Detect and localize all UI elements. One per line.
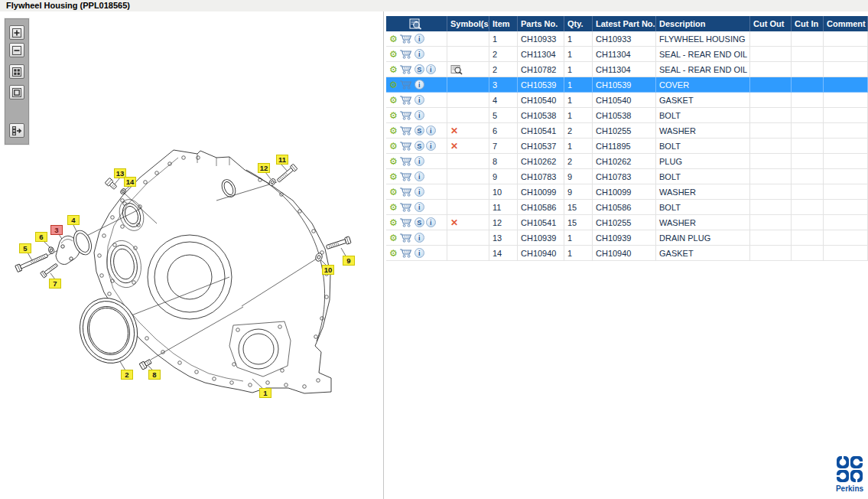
callout-item-3[interactable]: 3 xyxy=(50,225,63,235)
cell-qty: 1 xyxy=(564,31,593,47)
info-icon[interactable]: i xyxy=(414,80,424,90)
table-row[interactable]: ⚙i4CH105401CH10540GASKET xyxy=(386,93,868,108)
callout-item-14[interactable]: 14 xyxy=(124,177,136,187)
info-icon[interactable]: i xyxy=(414,110,424,120)
cell-actions: ⚙Si xyxy=(386,139,447,154)
cell-qty: 9 xyxy=(564,169,593,184)
table-row[interactable]: ⚙Si✕12CH1054115CH10255WASHER xyxy=(386,215,868,230)
gear-icon[interactable]: ⚙ xyxy=(389,65,398,74)
cart-icon[interactable] xyxy=(399,202,413,212)
substitute-icon[interactable]: S xyxy=(414,126,424,135)
info-icon[interactable]: i xyxy=(414,49,424,59)
header-cell-item[interactable]: Item xyxy=(489,16,518,31)
table-row[interactable]: ⚙i11CH1058615CH10586BOLT xyxy=(386,200,868,215)
table-row[interactable]: ⚙i8CH102622CH10262PLUG xyxy=(386,154,868,169)
table-row[interactable]: ⚙Si✕7CH105371CH11895BOLT xyxy=(386,139,868,154)
cart-icon[interactable] xyxy=(399,126,413,135)
header-cell-description[interactable]: Description xyxy=(656,16,750,31)
callout-item-4[interactable]: 4 xyxy=(67,215,80,225)
header-cell-symbol-s-[interactable]: Symbol(s) xyxy=(447,16,489,31)
table-row[interactable]: ⚙i13CH109391CH10939DRAIN PLUG xyxy=(386,230,868,246)
info-icon[interactable]: i xyxy=(414,233,424,243)
cart-icon[interactable] xyxy=(399,248,413,258)
gear-icon[interactable]: ⚙ xyxy=(389,218,398,227)
info-icon[interactable]: i xyxy=(414,95,424,105)
info-icon[interactable]: i xyxy=(414,202,424,212)
cell-cut_in xyxy=(792,200,824,215)
header-cell-latest-part-no-[interactable]: Latest Part No. xyxy=(593,16,656,31)
cart-icon[interactable] xyxy=(399,171,413,181)
gear-icon[interactable]: ⚙ xyxy=(389,126,398,135)
callout-item-12[interactable]: 12 xyxy=(258,163,270,173)
table-row[interactable]: ⚙i5CH105381CH10538BOLT xyxy=(386,108,868,123)
gear-icon[interactable]: ⚙ xyxy=(389,233,398,243)
cell-latest_part_no: CH10099 xyxy=(593,184,656,200)
cart-icon[interactable] xyxy=(399,156,413,166)
gear-icon[interactable]: ⚙ xyxy=(389,111,398,120)
callout-item-9[interactable]: 9 xyxy=(343,256,355,266)
cell-parts_no: CH10538 xyxy=(518,108,564,123)
table-row[interactable]: ⚙i10CH100999CH10099WASHER xyxy=(386,184,868,200)
info-icon[interactable]: i xyxy=(414,187,424,197)
callout-item-1[interactable]: 1 xyxy=(259,388,271,398)
info-icon[interactable]: i xyxy=(426,141,436,151)
illustration-icon[interactable] xyxy=(450,64,463,75)
cart-icon[interactable] xyxy=(399,217,413,227)
gear-icon[interactable]: ⚙ xyxy=(389,34,398,44)
gear-icon[interactable]: ⚙ xyxy=(389,50,398,59)
gear-icon[interactable]: ⚙ xyxy=(389,96,398,105)
callout-item-11[interactable]: 11 xyxy=(276,155,288,165)
gear-icon[interactable]: ⚙ xyxy=(389,80,398,90)
bolt-part-5 xyxy=(15,252,49,272)
cell-comment xyxy=(824,200,868,215)
table-row[interactable]: ⚙i2CH113041CH11304SEAL - REAR END OIL xyxy=(386,47,868,62)
callout-item-5[interactable]: 5 xyxy=(19,243,31,253)
cell-latest_part_no: CH11895 xyxy=(593,139,656,154)
info-icon[interactable]: i xyxy=(426,126,436,135)
cell-symbols xyxy=(447,31,489,47)
callout-item-10[interactable]: 10 xyxy=(322,265,334,275)
info-icon[interactable]: i xyxy=(426,217,436,227)
table-row[interactable]: ⚙Si2CH107821CH11304SEAL - REAR END OIL xyxy=(386,62,868,77)
header-cell-cut-out[interactable]: Cut Out xyxy=(750,16,792,31)
cart-icon[interactable] xyxy=(399,34,413,44)
info-icon[interactable]: i xyxy=(414,156,424,166)
cart-icon[interactable] xyxy=(399,95,413,105)
table-row[interactable]: ⚙i9CH107839CH10783BOLT xyxy=(386,169,868,184)
cart-icon[interactable] xyxy=(399,110,413,120)
substitute-icon[interactable]: S xyxy=(414,64,424,74)
callout-item-8[interactable]: 8 xyxy=(148,370,161,380)
cell-description: GASKET xyxy=(656,246,750,261)
substitute-icon[interactable]: S xyxy=(414,217,424,227)
table-row[interactable]: ⚙Si✕6CH105412CH10255WASHER xyxy=(386,123,868,139)
cart-icon[interactable] xyxy=(399,80,413,90)
cart-icon[interactable] xyxy=(399,49,413,59)
cart-icon[interactable] xyxy=(399,233,413,243)
header-cell-qty-[interactable]: Qty. xyxy=(564,16,593,31)
table-row[interactable]: ⚙i14CH109401CH10940GASKET xyxy=(386,246,868,261)
gear-icon[interactable]: ⚙ xyxy=(389,249,398,258)
callout-item-6[interactable]: 6 xyxy=(35,232,47,242)
info-icon[interactable]: i xyxy=(414,171,424,181)
table-row[interactable]: ⚙i1CH109331CH10933FLYWHEEL HOUSING xyxy=(386,31,868,47)
cart-icon[interactable] xyxy=(399,187,413,197)
gear-icon[interactable]: ⚙ xyxy=(389,203,398,212)
gear-icon[interactable]: ⚙ xyxy=(389,188,398,197)
info-icon[interactable]: i xyxy=(426,64,436,74)
header-cell-cut-in[interactable]: Cut In xyxy=(792,16,824,31)
header-cell-parts-no-[interactable]: Parts No. xyxy=(518,16,564,31)
substitute-icon[interactable]: S xyxy=(414,141,424,151)
callout-item-2[interactable]: 2 xyxy=(121,370,133,380)
info-icon[interactable]: i xyxy=(414,34,424,44)
gear-icon[interactable]: ⚙ xyxy=(389,142,398,151)
gear-icon[interactable]: ⚙ xyxy=(389,172,398,181)
cart-icon[interactable] xyxy=(399,64,413,74)
info-icon[interactable]: i xyxy=(414,248,424,258)
gear-icon[interactable]: ⚙ xyxy=(389,157,398,166)
table-row[interactable]: ⚙i3CH105391CH10539COVER xyxy=(386,77,868,93)
cart-icon[interactable] xyxy=(399,141,413,151)
cell-parts_no: CH10262 xyxy=(518,154,564,169)
callout-item-7[interactable]: 7 xyxy=(49,279,61,289)
header-cell-actions[interactable] xyxy=(386,16,447,31)
header-cell-comment[interactable]: Comment xyxy=(824,16,868,31)
